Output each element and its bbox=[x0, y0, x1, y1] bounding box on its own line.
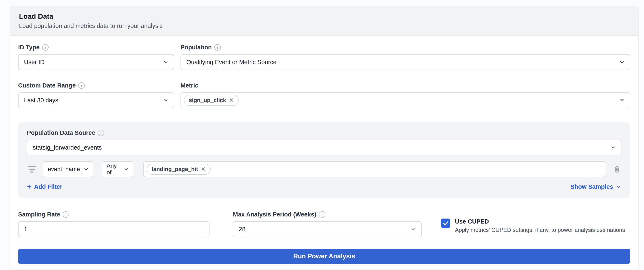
filter-values-input[interactable]: landing_page_hit ✕ bbox=[143, 161, 606, 177]
max-period-label: Max Analysis Period (Weeks) bbox=[233, 211, 316, 218]
chevron-down-icon bbox=[619, 59, 625, 65]
row-daterange-metric: Custom Date Range i Last 30 days Metric … bbox=[18, 82, 630, 108]
filter-value-tag-text: landing_page_hit bbox=[152, 166, 198, 172]
row-id-population: ID Type i User ID Population i Qualifyin… bbox=[18, 44, 630, 70]
chevron-down-icon bbox=[163, 97, 168, 103]
sampling-rate-label-row: Sampling Rate i bbox=[18, 211, 210, 218]
info-icon[interactable]: i bbox=[319, 211, 325, 218]
card-body: ID Type i User ID Population i Qualifyin… bbox=[10, 36, 638, 269]
use-cuped-text: Use CUPED Apply metrics' CUPED settings,… bbox=[455, 218, 625, 233]
filter-operator-value: Any of bbox=[107, 162, 121, 176]
use-cuped-label: Use CUPED bbox=[455, 218, 625, 225]
field-max-analysis-period: Max Analysis Period (Weeks) i 28 bbox=[233, 211, 422, 237]
data-source-value: statsig_forwarded_events bbox=[33, 144, 102, 151]
load-data-card: Load Data Load population and metrics da… bbox=[10, 6, 638, 269]
page-title: Load Data bbox=[19, 12, 630, 20]
date-range-value: Last 30 days bbox=[24, 97, 58, 104]
chevron-down-icon bbox=[163, 59, 168, 65]
use-cuped-option: Use CUPED Apply metrics' CUPED settings,… bbox=[441, 218, 630, 233]
show-samples-button[interactable]: Show Samples bbox=[570, 183, 622, 190]
use-cuped-checkbox[interactable] bbox=[441, 219, 450, 228]
filter-operator-select[interactable]: Any of bbox=[102, 161, 133, 177]
trash-icon[interactable] bbox=[613, 165, 622, 173]
metric-label-row: Metric bbox=[180, 82, 630, 89]
chevron-down-icon bbox=[616, 184, 622, 190]
field-sampling-rate: Sampling Rate i bbox=[18, 211, 210, 237]
population-data-source-panel: Population Data Source i statsig_forward… bbox=[18, 122, 630, 198]
caret-down-icon[interactable] bbox=[620, 99, 624, 102]
add-filter-button[interactable]: + Add Filter bbox=[27, 183, 62, 190]
date-range-label: Custom Date Range bbox=[18, 82, 76, 89]
chevron-down-icon bbox=[610, 144, 616, 150]
filter-links-row: + Add Filter Show Samples bbox=[27, 183, 622, 190]
check-icon bbox=[443, 221, 449, 226]
info-icon[interactable]: i bbox=[214, 44, 221, 51]
chevron-down-icon bbox=[83, 166, 89, 172]
max-period-select[interactable]: 28 bbox=[233, 221, 422, 237]
row-settings: Sampling Rate i Max Analysis Period (Wee… bbox=[18, 211, 630, 237]
plus-icon: + bbox=[27, 183, 32, 190]
data-source-label: Population Data Source bbox=[27, 129, 95, 136]
page-subtitle: Load population and metrics data to run … bbox=[19, 22, 630, 29]
metric-tag-text: sign_up_click bbox=[189, 97, 226, 104]
info-icon[interactable]: i bbox=[98, 130, 104, 136]
field-id-type: ID Type i User ID bbox=[18, 44, 174, 70]
metric-tag[interactable]: sign_up_click ✕ bbox=[184, 95, 239, 106]
field-date-range: Custom Date Range i Last 30 days bbox=[18, 82, 174, 108]
data-source-label-row: Population Data Source i bbox=[27, 129, 622, 136]
id-type-value: User ID bbox=[24, 59, 44, 66]
sampling-rate-input[interactable] bbox=[18, 221, 210, 237]
field-metric: Metric sign_up_click ✕ bbox=[180, 82, 630, 108]
card-header: Load Data Load population and metrics da… bbox=[10, 6, 638, 36]
sampling-rate-label: Sampling Rate bbox=[18, 211, 60, 218]
filter-field-value: event_name bbox=[48, 166, 80, 172]
data-source-select[interactable]: statsig_forwarded_events bbox=[27, 139, 622, 155]
info-icon[interactable]: i bbox=[62, 211, 69, 218]
population-label-row: Population i bbox=[180, 44, 630, 51]
date-range-select[interactable]: Last 30 days bbox=[18, 92, 174, 108]
add-filter-label: Add Filter bbox=[34, 183, 62, 190]
filter-field-select[interactable]: event_name bbox=[43, 161, 93, 177]
population-select[interactable]: Qualifying Event or Metric Source bbox=[180, 54, 630, 70]
chevron-down-icon bbox=[410, 226, 416, 232]
info-icon[interactable]: i bbox=[42, 44, 48, 51]
filter-row: event_name Any of landing_page_hit ✕ bbox=[27, 161, 622, 177]
field-use-cuped: Use CUPED Apply metrics' CUPED settings,… bbox=[441, 218, 630, 237]
use-cuped-description: Apply metrics' CUPED settings, if any, t… bbox=[455, 227, 625, 233]
metric-label: Metric bbox=[180, 82, 198, 89]
field-population: Population i Qualifying Event or Metric … bbox=[180, 44, 630, 70]
metric-tag-input[interactable]: sign_up_click ✕ bbox=[180, 92, 630, 108]
id-type-label-row: ID Type i bbox=[18, 44, 174, 51]
date-range-label-row: Custom Date Range i bbox=[18, 82, 174, 89]
id-type-label: ID Type bbox=[18, 44, 40, 51]
filter-icon bbox=[27, 166, 37, 172]
chevron-down-icon bbox=[123, 166, 129, 172]
close-icon[interactable]: ✕ bbox=[201, 166, 206, 172]
max-period-label-row: Max Analysis Period (Weeks) i bbox=[233, 211, 422, 218]
info-icon[interactable]: i bbox=[78, 82, 85, 89]
filter-value-tag[interactable]: landing_page_hit ✕ bbox=[147, 164, 211, 175]
max-period-value: 28 bbox=[239, 226, 246, 233]
show-samples-label: Show Samples bbox=[570, 183, 613, 190]
population-label: Population bbox=[180, 44, 212, 51]
close-icon[interactable]: ✕ bbox=[229, 98, 234, 103]
population-value: Qualifying Event or Metric Source bbox=[186, 59, 276, 66]
id-type-select[interactable]: User ID bbox=[18, 54, 174, 70]
run-power-analysis-button[interactable]: Run Power Analysis bbox=[18, 249, 630, 264]
